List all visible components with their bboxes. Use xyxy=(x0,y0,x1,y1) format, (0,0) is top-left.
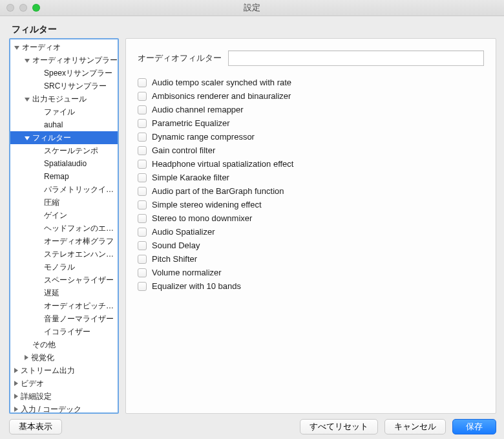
filter-checkbox[interactable] xyxy=(138,228,147,237)
tree-item[interactable]: イコライザー xyxy=(10,325,118,338)
disclosure-none-icon xyxy=(36,187,41,192)
tree-item[interactable]: 詳細設定 xyxy=(10,390,118,403)
tree-item-label: ヘッドフォンのエフ… xyxy=(44,222,118,235)
filter-checkbox-label: Equalizer with 10 bands xyxy=(152,281,241,291)
tree-item-label: ステレオエンハンサー xyxy=(44,248,118,261)
disclosure-none-icon xyxy=(36,329,41,334)
tree-item[interactable]: モノラル xyxy=(10,261,118,273)
filter-checkbox-row[interactable]: Gain control filter xyxy=(138,144,484,156)
disclosure-none-icon xyxy=(36,226,41,231)
filter-checkbox[interactable] xyxy=(138,173,147,182)
reset-all-button[interactable]: すべてリセット xyxy=(300,419,378,434)
tree-item[interactable]: ビデオ xyxy=(10,377,118,390)
filter-checkbox-label: Stereo to mono downmixer xyxy=(152,213,252,223)
tree-item[interactable]: 遅延 xyxy=(10,286,118,299)
disclosure-none-icon xyxy=(36,252,41,257)
tree-item[interactable]: 出力モジュール xyxy=(10,92,118,105)
filter-checkbox[interactable] xyxy=(138,255,147,264)
save-button[interactable]: 保存 xyxy=(452,419,496,434)
tree-item[interactable]: 視覚化 xyxy=(10,351,118,364)
filter-checkbox[interactable] xyxy=(138,119,147,128)
minimize-window-icon[interactable] xyxy=(19,4,27,12)
tree-item[interactable]: オーディオピッチ変更 xyxy=(10,299,118,312)
filter-checkbox-label: Simple stereo widening effect xyxy=(152,200,262,209)
disclosure-closed-icon xyxy=(14,407,18,412)
disclosure-none-icon xyxy=(36,200,41,205)
tree-item[interactable]: ヘッドフォンのエフ… xyxy=(10,222,118,235)
filter-checkbox[interactable] xyxy=(138,160,147,169)
tree-item-label: 入力 / コーデック xyxy=(21,403,81,414)
tree-item[interactable]: ステレオエンハンサー xyxy=(10,248,118,261)
tree-item[interactable]: Speexリサンプラー xyxy=(10,67,118,80)
filter-checkbox[interactable] xyxy=(138,268,147,277)
tree-item[interactable]: オーディオ棒グラフ xyxy=(10,235,118,248)
disclosure-closed-icon xyxy=(14,368,18,373)
disclosure-closed-icon xyxy=(14,381,18,386)
filter-checkbox-row[interactable]: Audio part of the BarGraph function xyxy=(138,185,484,197)
disclosure-none-icon xyxy=(36,174,41,179)
tree-item-label: パラメトリックイコ… xyxy=(44,183,118,196)
filter-checkbox[interactable] xyxy=(138,92,147,101)
disclosure-none-icon xyxy=(36,161,41,166)
tree-item[interactable]: Remap xyxy=(10,170,118,183)
basic-display-button[interactable]: 基本表示 xyxy=(9,419,62,434)
tree-item[interactable]: auhal xyxy=(10,118,118,131)
disclosure-none-icon xyxy=(36,290,41,295)
filter-checkbox[interactable] xyxy=(138,133,147,142)
filter-checkbox[interactable] xyxy=(138,78,147,87)
filter-checkbox[interactable] xyxy=(138,241,147,250)
tree-item[interactable]: 入力 / コーデック xyxy=(10,403,118,414)
filter-checkbox-row[interactable]: Headphone virtual spatialization effect xyxy=(138,158,484,170)
tree-item[interactable]: スペーシャライザー xyxy=(10,273,118,286)
zoom-window-icon[interactable] xyxy=(32,4,40,12)
tree-item[interactable]: オーディオ xyxy=(10,41,118,54)
window-title: 設定 xyxy=(0,2,504,14)
filter-checkbox-row[interactable]: Parametric Equalizer xyxy=(138,117,484,129)
tree-item-label: 詳細設定 xyxy=(21,390,52,403)
tree-item[interactable]: ゲイン xyxy=(10,209,118,222)
tree-item[interactable]: ストリーム出力 xyxy=(10,364,118,377)
tree-item-label: モノラル xyxy=(44,261,75,273)
filter-checkbox-row[interactable]: Stereo to mono downmixer xyxy=(138,212,484,224)
tree-item[interactable]: その他 xyxy=(10,338,118,351)
tree-item[interactable]: SRCリサンプラー xyxy=(10,80,118,92)
filter-checkbox[interactable] xyxy=(138,146,147,155)
disclosure-none-icon xyxy=(36,109,41,114)
close-window-icon[interactable] xyxy=(6,4,14,12)
disclosure-none-icon xyxy=(36,316,41,321)
tree-item[interactable]: パラメトリックイコ… xyxy=(10,183,118,196)
filter-checkbox-label: Gain control filter xyxy=(152,145,215,155)
tree-item[interactable]: フィルター xyxy=(10,131,118,144)
filter-checkbox-label: Audio Spatializer xyxy=(152,227,215,237)
tree-item-label: フィルター xyxy=(32,131,71,144)
tree-item[interactable]: オーディオリサンプラー xyxy=(10,54,118,67)
filter-checkbox-row[interactable]: Sound Delay xyxy=(138,239,484,252)
tree-item-label: オーディオ棒グラフ xyxy=(44,235,114,248)
filter-checkbox[interactable] xyxy=(138,105,147,114)
filter-checkbox-label: Ambisonics renderer and binauralizer xyxy=(152,91,291,101)
filter-checkbox-row[interactable]: Equalizer with 10 bands xyxy=(138,280,484,292)
filter-checkbox-row[interactable]: Simple Karaoke filter xyxy=(138,171,484,184)
tree-item[interactable]: ファイル xyxy=(10,105,118,118)
tree-item[interactable]: 圧縮 xyxy=(10,196,118,209)
filter-checkbox-row[interactable]: Volume normalizer xyxy=(138,266,484,279)
filter-checkbox-row[interactable]: Simple stereo widening effect xyxy=(138,198,484,211)
filter-checkbox-row[interactable]: Audio tempo scaler synched with rate xyxy=(138,76,484,89)
tree-item[interactable]: スケールテンポ xyxy=(10,144,118,157)
category-tree[interactable]: オーディオオーディオリサンプラーSpeexリサンプラーSRCリサンプラー出力モジ… xyxy=(9,38,119,414)
cancel-button[interactable]: キャンセル xyxy=(384,419,446,434)
tree-item-label: SRCリサンプラー xyxy=(44,80,107,92)
filter-checkbox-row[interactable]: Audio Spatializer xyxy=(138,226,484,238)
filter-checkbox-row[interactable]: Ambisonics renderer and binauralizer xyxy=(138,90,484,102)
tree-item[interactable]: 音量ノーマライザー xyxy=(10,312,118,325)
filter-checkbox[interactable] xyxy=(138,200,147,209)
filter-checkbox[interactable] xyxy=(138,187,147,196)
filter-checkbox-row[interactable]: Dynamic range compressor xyxy=(138,131,484,143)
audio-filter-input[interactable] xyxy=(228,50,484,66)
filter-checkbox-row[interactable]: Audio channel remapper xyxy=(138,103,484,116)
tree-item[interactable]: Spatialaudio xyxy=(10,157,118,170)
filter-checkbox[interactable] xyxy=(138,214,147,223)
filter-checkbox-row[interactable]: Pitch Shifter xyxy=(138,253,484,265)
tree-item-label: Remap xyxy=(44,170,69,183)
filter-checkbox[interactable] xyxy=(138,282,147,291)
